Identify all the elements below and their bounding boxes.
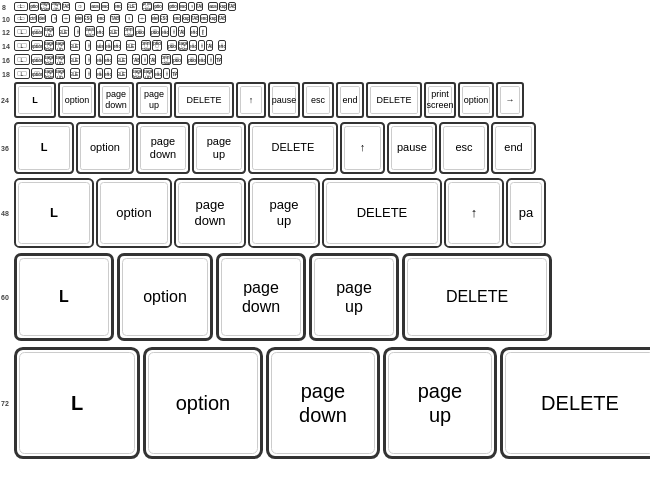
keyboard-key[interactable]: TA <box>215 54 222 65</box>
keyboard-key[interactable]: page down <box>44 68 54 79</box>
keyboard-key[interactable]: end <box>200 14 208 23</box>
keyboard-key[interactable]: print screen <box>424 82 456 118</box>
keyboard-key[interactable]: L <box>14 68 30 79</box>
keyboard-key[interactable]: ↑ <box>85 68 91 79</box>
keyboard-key[interactable]: ctrl <box>29 14 37 23</box>
keyboard-key[interactable]: L <box>14 26 30 37</box>
keyboard-key[interactable]: page down <box>174 178 246 248</box>
keyboard-key[interactable]: DELETE <box>117 54 127 65</box>
keyboard-key[interactable]: page up <box>55 68 65 79</box>
keyboard-key[interactable]: esc <box>302 82 334 118</box>
keyboard-key[interactable]: ↑ <box>141 54 148 65</box>
keyboard-key[interactable]: end <box>104 54 112 65</box>
keyboard-key[interactable]: end <box>104 68 112 79</box>
keyboard-key[interactable]: page down <box>44 40 54 51</box>
keyboard-key[interactable]: — <box>138 14 146 23</box>
keyboard-key[interactable]: page up <box>51 2 61 11</box>
keyboard-key[interactable]: pause <box>208 2 218 11</box>
keyboard-key[interactable]: option <box>458 82 494 118</box>
keyboard-key[interactable]: option <box>117 253 213 341</box>
keyboard-key[interactable]: pause <box>268 82 300 118</box>
keyboard-key[interactable]: pause <box>90 2 100 11</box>
keyboard-key[interactable]: → <box>496 82 524 118</box>
keyboard-key[interactable]: option <box>167 40 177 51</box>
keyboard-key[interactable]: TAB <box>149 54 156 65</box>
keyboard-key[interactable]: option <box>76 122 134 174</box>
keyboard-key[interactable]: esc <box>101 2 109 11</box>
keyboard-key[interactable]: DELETE <box>402 253 552 341</box>
keyboard-key[interactable]: ↑ <box>74 26 80 37</box>
keyboard-key[interactable]: ↑ <box>85 40 91 51</box>
keyboard-key[interactable]: page up <box>55 40 65 51</box>
keyboard-key[interactable]: TA <box>171 68 178 79</box>
keyboard-key[interactable]: page up <box>44 26 54 37</box>
keyboard-key[interactable]: DELETE <box>500 347 650 459</box>
keyboard-key[interactable]: DELETE <box>109 26 119 37</box>
keyboard-key[interactable]: ESC <box>84 14 92 23</box>
keyboard-key[interactable]: TAB <box>110 14 120 23</box>
keyboard-key[interactable]: DELETE <box>248 122 338 174</box>
keyboard-key[interactable]: option <box>187 54 197 65</box>
keyboard-key[interactable]: ↑ <box>236 82 266 118</box>
keyboard-key[interactable]: page up <box>192 122 246 174</box>
keyboard-key[interactable]: TAB <box>62 2 70 11</box>
keyboard-key[interactable]: print screen <box>161 54 171 65</box>
keyboard-key[interactable]: TAB <box>218 14 226 23</box>
keyboard-key[interactable]: esc <box>161 26 169 37</box>
keyboard-key[interactable]: option → <box>152 40 162 51</box>
keyboard-key[interactable]: del <box>38 14 46 23</box>
keyboard-key[interactable]: end <box>491 122 536 174</box>
keyboard-key[interactable]: option <box>29 2 39 11</box>
keyboard-key[interactable]: L <box>14 40 30 51</box>
keyboard-key[interactable]: TAB <box>196 2 203 11</box>
keyboard-key[interactable]: [ <box>199 26 207 37</box>
keyboard-key[interactable]: DELETE <box>126 40 136 51</box>
keyboard-key[interactable]: esc <box>105 40 112 51</box>
keyboard-key[interactable]: page up <box>248 178 320 248</box>
keyboard-key[interactable]: L <box>14 347 140 459</box>
keyboard-key[interactable]: option <box>153 2 163 11</box>
keyboard-key[interactable]: pause esc <box>85 26 95 37</box>
keyboard-key[interactable]: TAB <box>132 54 140 65</box>
keyboard-key[interactable]: DELETE <box>70 68 80 79</box>
keyboard-key[interactable]: end <box>173 14 181 23</box>
keyboard-key[interactable]: L <box>14 82 56 118</box>
keyboard-key[interactable]: DELETE <box>366 82 422 118</box>
keyboard-key[interactable]: page down <box>40 2 50 11</box>
keyboard-key[interactable]: TAB <box>228 2 236 11</box>
keyboard-key[interactable]: ↑ <box>85 54 91 65</box>
keyboard-key[interactable]: L <box>14 178 94 248</box>
keyboard-key[interactable]: ↑ <box>198 40 205 51</box>
keyboard-key[interactable]: esc <box>96 54 103 65</box>
keyboard-key[interactable]: end <box>96 26 104 37</box>
keyboard-key[interactable]: ESC <box>160 14 168 23</box>
keyboard-key[interactable]: DELETE <box>59 26 69 37</box>
keyboard-key[interactable]: DELETE <box>322 178 442 248</box>
keyboard-key[interactable]: L <box>14 54 30 65</box>
keyboard-key[interactable]: option <box>58 82 96 118</box>
keyboard-key[interactable]: TAB <box>178 26 185 37</box>
keyboard-key[interactable]: option <box>31 26 43 37</box>
keyboard-key[interactable]: page up <box>383 347 497 459</box>
keyboard-key[interactable]: pause <box>387 122 437 174</box>
keyboard-key[interactable]: ↑ <box>444 178 504 248</box>
keyboard-key[interactable]: end <box>114 2 122 11</box>
keyboard-key[interactable]: esc <box>439 122 489 174</box>
keyboard-key[interactable]: option <box>31 68 43 79</box>
keyboard-key[interactable]: TAB <box>191 14 199 23</box>
keyboard-key[interactable]: pa <box>506 178 546 248</box>
keyboard-key[interactable]: esc <box>198 54 206 65</box>
keyboard-key[interactable]: DELETE <box>70 54 80 65</box>
keyboard-key[interactable]: page up <box>309 253 399 341</box>
keyboard-key[interactable]: DELETE <box>174 82 234 118</box>
keyboard-key[interactable]: L <box>14 14 28 23</box>
keyboard-key[interactable]: end <box>97 14 105 23</box>
keyboard-key[interactable]: page up <box>55 54 65 65</box>
keyboard-key[interactable]: L <box>14 2 28 11</box>
keyboard-key[interactable]: L <box>14 253 114 341</box>
keyboard-key[interactable]: DELETE <box>127 2 137 11</box>
keyboard-key[interactable]: ↑ <box>207 54 214 65</box>
keyboard-key[interactable]: delete <box>75 14 83 23</box>
keyboard-key[interactable]: backspace <box>219 2 227 11</box>
keyboard-key[interactable]: option <box>135 26 145 37</box>
